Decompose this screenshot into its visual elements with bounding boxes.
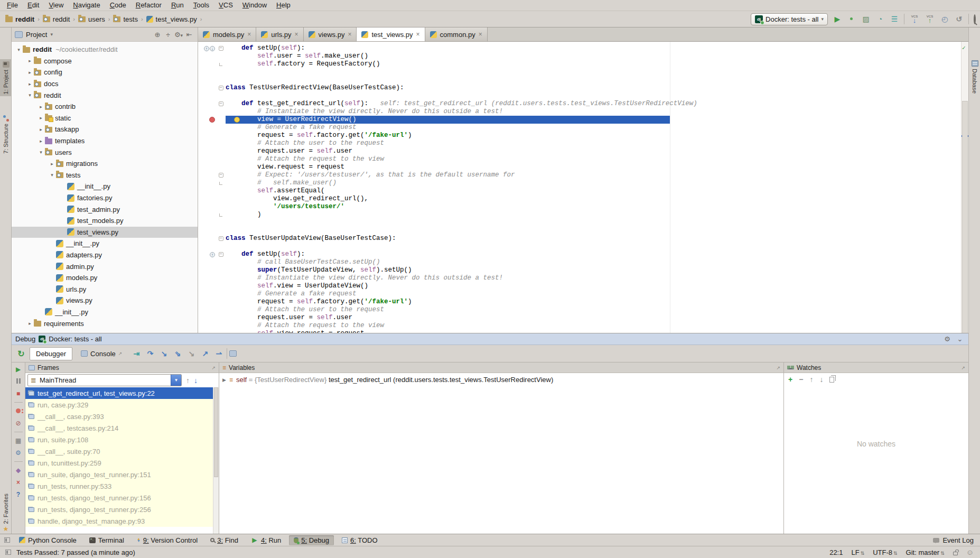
duplicate-watch-button[interactable] bbox=[829, 377, 834, 383]
encoding-selector[interactable]: UTF-8⇅ bbox=[873, 548, 897, 556]
menu-item-run[interactable]: Run bbox=[166, 0, 189, 11]
evaluate-expression-button[interactable] bbox=[229, 350, 237, 357]
intention-bulb-icon[interactable] bbox=[234, 117, 240, 123]
toolwindow-button-python-console[interactable]: Python Console bbox=[14, 535, 81, 545]
chevron-collapsed-icon[interactable]: ▸ bbox=[37, 104, 45, 109]
code-line[interactable] bbox=[198, 219, 968, 227]
stack-frame-row[interactable]: test_get_redirect_url, test_views.py:22 bbox=[25, 387, 219, 399]
code-line[interactable]: view.get_redirect_url(), bbox=[198, 195, 968, 203]
profiler-button[interactable]: ◔ bbox=[875, 14, 885, 24]
code-line[interactable]: ) bbox=[198, 211, 968, 219]
restore-layout-button[interactable]: ▦ bbox=[14, 437, 23, 444]
expand-arrow-icon[interactable]: ▶ bbox=[222, 377, 226, 383]
help-button[interactable]: ? bbox=[14, 491, 23, 498]
overriding-method-icon[interactable]: ↑ bbox=[210, 252, 215, 257]
close-tab-icon[interactable]: × bbox=[348, 31, 351, 38]
close-tab-icon[interactable]: × bbox=[416, 31, 420, 38]
chevron-collapsed-icon[interactable]: ▸ bbox=[48, 161, 56, 166]
chevron-expanded-icon[interactable]: ▾ bbox=[37, 150, 45, 155]
collapse-all-button[interactable]: ÷ bbox=[163, 31, 173, 39]
add-watch-button[interactable]: + bbox=[788, 376, 792, 383]
event-log-button[interactable]: Event Log bbox=[933, 536, 974, 544]
status-anchor-icon[interactable] bbox=[5, 550, 11, 555]
force-step-into-button[interactable]: ⇘ bbox=[172, 349, 183, 358]
fold-collapse-icon[interactable]: − bbox=[219, 101, 223, 106]
undo-button[interactable]: ↺ bbox=[954, 14, 964, 24]
code-line[interactable]: −class TestUserUpdateView(BaseUserTestCa… bbox=[198, 235, 968, 243]
tree-item-compose[interactable]: ▸compose bbox=[12, 55, 198, 67]
toolwindow-button-6-todo[interactable]: 6: TODO bbox=[337, 535, 382, 545]
close-button[interactable]: × bbox=[14, 479, 23, 486]
chevron-collapsed-icon[interactable]: ▸ bbox=[37, 138, 45, 144]
tree-item-test-views-py[interactable]: test_views.py bbox=[12, 227, 198, 238]
tree-item-test-admin-py[interactable]: test_admin.py bbox=[12, 203, 198, 215]
overridden-method-icon[interactable]: ↓ bbox=[210, 46, 215, 51]
menu-item-help[interactable]: Help bbox=[272, 0, 295, 11]
chevron-collapsed-icon[interactable]: ▸ bbox=[26, 70, 34, 75]
stack-frame-row[interactable]: run, case.py:329 bbox=[25, 399, 219, 411]
stack-frame-row[interactable]: handle, django_test_manage.py:93 bbox=[25, 515, 219, 527]
tree-item-config[interactable]: ▸config bbox=[12, 67, 198, 78]
step-into-button[interactable]: ↘ bbox=[158, 349, 170, 358]
overriding-method-icon[interactable]: ↑ bbox=[204, 46, 209, 51]
tree-item--init-py[interactable]: __init__.py bbox=[12, 238, 198, 249]
breadcrumb-item[interactable]: users bbox=[78, 15, 105, 23]
sidebar-tab-structure[interactable]: 7: Structure bbox=[0, 113, 12, 156]
code-line[interactable] bbox=[198, 227, 968, 235]
move-watch-up-button[interactable]: ↑ bbox=[809, 376, 813, 383]
fold-collapse-icon[interactable]: − bbox=[219, 236, 223, 241]
tab-debugger[interactable]: Debugger bbox=[30, 347, 72, 360]
sidebar-tab-favorites[interactable]: 2: Favorites ★ bbox=[0, 491, 12, 534]
editor-tab-test-views-py[interactable]: test_views.py× bbox=[357, 27, 425, 41]
smart-step-into-button[interactable]: ↘ bbox=[185, 349, 197, 358]
local-history-button[interactable]: ◴ bbox=[940, 14, 949, 24]
fold-collapse-icon[interactable]: − bbox=[219, 46, 223, 51]
remove-watch-button[interactable]: − bbox=[799, 376, 803, 383]
fold-collapse-icon[interactable]: − bbox=[219, 173, 223, 178]
code-line[interactable]: self.assertEqual( bbox=[198, 187, 968, 195]
code-line[interactable]: # Attach the request to the view bbox=[198, 155, 968, 163]
breadcrumb-item[interactable]: tests bbox=[113, 15, 137, 23]
code-editor[interactable]: ↑↓− def setUp(self): self.user = self.ma… bbox=[198, 42, 968, 333]
chevron-collapsed-icon[interactable]: ▸ bbox=[37, 115, 45, 120]
tree-item-models-py[interactable]: models.py bbox=[12, 272, 198, 284]
tree-item--init-py[interactable]: __init__.py bbox=[12, 181, 198, 192]
code-line[interactable]: super(TestUserUpdateView, self).setUp() bbox=[198, 266, 968, 274]
line-ending-selector[interactable]: LF⇅ bbox=[851, 548, 864, 556]
tree-item-docs[interactable]: ▸docs bbox=[12, 78, 198, 90]
thread-selector[interactable]: ≣ MainThread ▼ bbox=[27, 374, 182, 386]
close-tab-icon[interactable]: × bbox=[247, 31, 251, 38]
chevron-collapsed-icon[interactable]: ▸ bbox=[26, 321, 34, 326]
chevron-expanded-icon[interactable]: ▾ bbox=[15, 47, 23, 52]
code-line[interactable]: # Instantiate the view directly. Never d… bbox=[198, 108, 968, 116]
resume-button[interactable]: ▶ bbox=[14, 366, 23, 373]
chevron-collapsed-icon[interactable]: ▸ bbox=[26, 58, 34, 63]
show-execution-point-button[interactable]: ⇥ bbox=[130, 349, 142, 358]
tree-item-reddit[interactable]: ▾reddit~/cookiecutter/reddit bbox=[12, 44, 198, 55]
code-line[interactable]: # Attach the user to the request bbox=[198, 306, 968, 314]
menu-item-view[interactable]: View bbox=[44, 0, 68, 11]
code-line[interactable] bbox=[198, 92, 968, 100]
menu-item-window[interactable]: Window bbox=[238, 0, 272, 11]
vcs-update-button[interactable]: VCS↓ bbox=[909, 15, 920, 23]
menu-item-code[interactable]: Code bbox=[105, 0, 131, 11]
code-line[interactable]: # Generate a fake request bbox=[198, 290, 968, 298]
concurrency-diagram-button[interactable]: ☰ bbox=[890, 14, 899, 24]
pin-tab-button[interactable]: ◆ bbox=[14, 467, 23, 474]
git-branch-selector[interactable]: Git: master⇅ bbox=[906, 548, 945, 556]
code-line[interactable]: # call BaseUserTestCase.setUp() bbox=[198, 258, 968, 266]
stack-frame-row[interactable]: run, suite.py:108 bbox=[25, 434, 219, 445]
menu-item-vcs[interactable]: VCS bbox=[214, 0, 238, 11]
tab-console[interactable]: Console ↗ bbox=[74, 347, 128, 360]
code-line[interactable]: view = UserRedirectView() bbox=[198, 116, 968, 124]
sidebar-tab-database[interactable]: Database bbox=[969, 58, 980, 96]
toolwindow-button-9-version-control[interactable]: ▲▼9: Version Control bbox=[132, 535, 202, 545]
breadcrumb-item[interactable]: reddit bbox=[43, 15, 70, 23]
menu-item-edit[interactable]: Edit bbox=[23, 0, 44, 11]
code-line[interactable]: # Instantiate the view directly. Never d… bbox=[198, 274, 968, 282]
editor-scrollbar[interactable]: ✓ bbox=[961, 42, 968, 333]
view-breakpoints-button[interactable] bbox=[14, 407, 23, 415]
editor-tab-models-py[interactable]: models.py× bbox=[198, 27, 256, 41]
mute-breakpoints-button[interactable]: ⊘ bbox=[14, 420, 23, 427]
menu-item-refactor[interactable]: Refactor bbox=[131, 0, 166, 11]
